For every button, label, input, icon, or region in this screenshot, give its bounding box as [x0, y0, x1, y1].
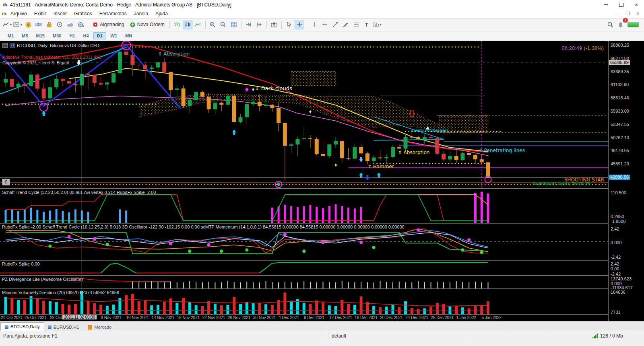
time-scale-label: 22 Nov 2021 — [202, 315, 225, 320]
ide-button[interactable]: IDE — [34, 20, 43, 29]
countdown-time: 06:20:49 — [562, 45, 582, 51]
timeframe-M5[interactable]: M5 — [18, 32, 31, 39]
close-button[interactable]: × — [629, 0, 644, 9]
line-mode-button[interactable] — [193, 20, 203, 29]
svg-text:⇑ Hammer: ⇑ Hammer — [367, 164, 394, 169]
grid-button[interactable] — [229, 20, 239, 29]
timeframe-bar: M1M5M15M30H1H4D1W1MN — [0, 31, 644, 41]
algotrading-label: Algotrading — [100, 22, 124, 27]
menu-ajuda[interactable]: Ajuda — [152, 10, 171, 17]
terminal-icon — [2, 11, 7, 16]
text-tool-button[interactable]: T — [362, 20, 372, 29]
trendline-tool-button[interactable] — [330, 20, 340, 29]
status-bar: Para Ajuda, pressione F1 default 126 / 0… — [0, 331, 644, 340]
notifications-icon[interactable]: 1 — [616, 20, 625, 29]
time-scale-label: 21 Oct 2021 — [1, 315, 23, 320]
chart-tab-label: BTCUSD,Daily — [10, 324, 40, 329]
timeframe-H1[interactable]: H1 — [66, 32, 78, 39]
menu-inserir[interactable]: Inserir — [50, 10, 70, 17]
mdi-close-button[interactable]: × — [636, 11, 639, 16]
channel-tool-button[interactable] — [341, 20, 351, 29]
objects-dropdown[interactable]: ▾ — [2, 20, 12, 29]
mdi-restore-button[interactable] — [626, 11, 630, 16]
zoom-in-button[interactable] — [208, 20, 218, 29]
record-button[interactable] — [55, 20, 64, 29]
maximize-button[interactable] — [613, 0, 629, 9]
time-scale-label: 4 Dec 2021 — [279, 315, 299, 320]
search-icon[interactable] — [605, 20, 615, 29]
status-profile[interactable]: default — [328, 331, 464, 340]
pane2-header: RubdFx Spike -2.00 Schaff Trend Cycle (1… — [2, 224, 405, 229]
time-scale-label: 30 Nov 2021 — [253, 315, 276, 320]
pane4-header: PZ Divergence Lite (Awesome Oscillator) — [2, 277, 83, 282]
vline-tool-button[interactable] — [310, 20, 319, 29]
chart-region: BTCUSD, Daily: Bitcoin vs US Dollar CFD … — [0, 41, 644, 321]
price-scale-label: -1.8500 — [611, 219, 625, 224]
mdi-window-controls: × — [615, 11, 644, 16]
price-scale-label: 0.000 — [611, 240, 622, 245]
timeframe-H4[interactable]: H4 — [79, 32, 92, 39]
market-watch-toggle[interactable]: Mercado — [88, 325, 111, 330]
timeframe-W1[interactable]: W1 — [107, 32, 121, 39]
indicator-pane-rubdfx[interactable]: RubdFx Spike 0.00 — [0, 261, 644, 275]
zoom-out-button[interactable] — [219, 20, 228, 29]
web-terminal-button[interactable]: + — [76, 20, 85, 29]
corner-c-badge[interactable]: C — [2, 179, 10, 185]
main-chart-pane[interactable]: BTCUSD, Daily: Bitcoin vs US Dollar CFD … — [0, 41, 644, 188]
quick-settings-icon[interactable] — [2, 43, 8, 48]
timeframe-M15[interactable]: M15 — [33, 32, 48, 39]
time-scale-label: 28 Dec 2021 — [431, 315, 454, 320]
fibonacci-tool-button[interactable] — [351, 20, 361, 29]
menu-gráficos[interactable]: Gráficos — [70, 10, 96, 17]
daily-change: (-1.38%) — [584, 45, 604, 51]
shapes-tool-button[interactable]: ▾ — [372, 20, 382, 29]
indicator-pane-oscillators[interactable]: RubdFx Spike -2.00 Schaff Trend Cycle (1… — [0, 224, 644, 260]
indicator-pane-volume[interactable]: Minions.VolumeByDirection (20) 66970 523… — [0, 289, 644, 314]
cursor-tool-button[interactable] — [284, 20, 294, 29]
price-scale-label: 42886.56 — [609, 175, 630, 180]
symbols-button[interactable]: $ — [23, 20, 33, 29]
chart-tab-label: EURUSD,H1 — [54, 325, 79, 330]
connection-status-icon — [627, 22, 639, 27]
timeframe-M30[interactable]: M30 — [49, 32, 65, 39]
price-axis[interactable]: 68860.2566274.8063689.3561103.9058518.46… — [608, 41, 644, 321]
screenshot-button[interactable] — [269, 20, 279, 29]
app-icon — [2, 2, 8, 7]
svg-text:⇓ Dark clouds: ⇓ Dark clouds — [255, 85, 292, 91]
pane5-header: Minions.VolumeByDirection (20) 66970 523… — [2, 290, 119, 295]
timeframe-MN[interactable]: MN — [122, 32, 136, 39]
indicator-pane-schaff[interactable]: Schaff Trend Cycle (32,23,50,2.0) 80.661… — [0, 189, 644, 223]
menu-ferramentas[interactable]: Ferramentas — [96, 10, 130, 17]
bars-mode-button[interactable] — [172, 20, 182, 29]
svg-text:+: + — [82, 24, 84, 28]
cloud-button[interactable] — [65, 20, 75, 29]
mt5-window: 41511161 - AdmiralMarkets-Demo: Conta De… — [0, 0, 644, 346]
chart-template-dropdown[interactable]: ▾ — [13, 20, 23, 29]
price-scale-label: 55933.00 — [611, 109, 629, 114]
autoscroll-button[interactable] — [244, 20, 254, 29]
time-scale-label: 26 Nov 2021 — [228, 315, 251, 320]
minimize-button[interactable] — [598, 0, 613, 9]
time-scale-label: 6 Nov 2021 — [101, 315, 121, 320]
hline-tool-button[interactable] — [320, 20, 330, 29]
time-axis[interactable]: 21 Oct 202125 Oct 202129 Oct 20216 Nov 2… — [0, 315, 609, 321]
chart-tab-EURUSD-H1[interactable]: EURUSD,H1 — [44, 323, 83, 331]
algotrading-button[interactable]: Algotrading — [91, 20, 127, 29]
status-cell-empty-2 — [507, 331, 548, 340]
new-order-button[interactable]: Nova Ordem — [128, 20, 167, 29]
menu-exibir[interactable]: Exibir — [31, 10, 50, 17]
crosshair-tool-button[interactable] — [295, 20, 304, 29]
candles-mode-button[interactable] — [183, 20, 192, 29]
mdi-minimize-button[interactable] — [615, 11, 619, 16]
menu-janela[interactable]: Janela — [130, 10, 152, 17]
indicator-pane-divergence[interactable]: PZ Divergence Lite (Awesome Oscillator) — [0, 276, 644, 288]
price-scale-label: 65385.89 — [609, 60, 630, 65]
timeframe-D1[interactable]: D1 — [93, 32, 106, 39]
timeframe-M1[interactable]: M1 — [4, 32, 17, 39]
time-scale-label: 25 Oct 2021 — [25, 315, 46, 320]
lock-button[interactable] — [44, 20, 54, 29]
chart-shift-button[interactable] — [254, 20, 264, 29]
menu-arquivo[interactable]: Arquivo — [7, 10, 31, 17]
chart-tab-BTCUSD-Daily[interactable]: BTCUSD,Daily — [1, 323, 44, 331]
pane1-header: Schaff Trend Cycle (32,23,50,2.0) 80.661… — [2, 190, 156, 195]
